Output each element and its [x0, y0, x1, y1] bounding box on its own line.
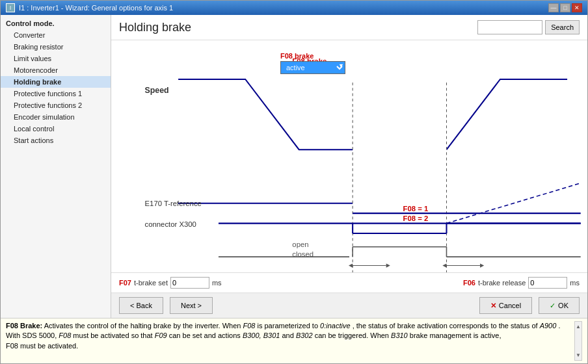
sidebar-item-protective-functions-2[interactable]: Protective functions 2 [1, 99, 111, 111]
sidebar: Control mode. Converter Braking resistor… [1, 15, 111, 318]
diagram-area: Speed F08 brake E170 T-reference [111, 40, 587, 272]
status-italic-b302: B302 [296, 332, 313, 339]
status-italic-a900: A900 [540, 322, 557, 330]
status-text-9: can be triggered. When [315, 332, 391, 339]
status-scrollbar[interactable]: ▲ ▼ [574, 321, 582, 361]
search-box: Search [477, 20, 580, 34]
bottom-inputs: F07 t-brake set 0 ms F06 t-brake release… [111, 272, 587, 292]
svg-text:E170 T-reference: E170 T-reference [145, 200, 202, 207]
action-bar: < Back Next > ✕ Cancel ✓ OK [111, 292, 587, 318]
search-button[interactable]: Search [545, 20, 580, 34]
status-text-11: F08 must be activated. [6, 342, 78, 350]
status-text-3: , the status of brake activation corresp… [353, 322, 540, 330]
status-italic-f08: F08 [243, 322, 255, 330]
svg-text:F08 = 2: F08 = 2 [403, 215, 428, 223]
title-controls: — □ ✕ [548, 3, 582, 12]
f07-unit: ms [212, 279, 222, 287]
f08-dropdown-container: F08 brake active inactive [280, 52, 345, 74]
status-text: F08 Brake: Activates the control of the … [6, 321, 572, 361]
f06-value-input[interactable]: 0 [528, 277, 567, 289]
sidebar-item-converter[interactable]: Converter [1, 29, 111, 41]
main-window: I I1 : Inverter1 - Wizard: General optio… [0, 0, 588, 364]
sidebar-item-braking-resistor[interactable]: Braking resistor [1, 41, 111, 53]
window-title: I1 : Inverter1 - Wizard: General options… [19, 4, 173, 12]
main-panel: Holding brake Search Speed F08 br [111, 15, 587, 318]
next-button[interactable]: Next > [170, 297, 213, 314]
status-text-4: . [558, 322, 560, 330]
f06-unit: ms [570, 279, 580, 287]
f07-value-input[interactable]: 0 [170, 277, 209, 289]
sidebar-item-limit-values[interactable]: Limit values [1, 53, 111, 64]
page-title: Holding brake [119, 21, 191, 34]
title-bar-left: I I1 : Inverter1 - Wizard: General optio… [6, 3, 173, 12]
sidebar-item-local-control[interactable]: Local control [1, 123, 111, 135]
svg-marker-28 [442, 263, 446, 267]
f08-brake-select[interactable]: active inactive [280, 61, 345, 74]
f06-label: F06 [463, 279, 475, 287]
title-bar: I I1 : Inverter1 - Wizard: General optio… [1, 1, 587, 15]
scroll-down-icon[interactable]: ▼ [576, 352, 581, 359]
ok-button[interactable]: ✓ OK [539, 297, 580, 314]
status-italic-f09: F09 [155, 332, 167, 339]
speed-label: Speed [145, 86, 169, 95]
sidebar-item-motorencoder[interactable]: Motorencoder [1, 64, 111, 76]
status-bar: F08 Brake: Activates the control of the … [1, 318, 587, 363]
minimize-button[interactable]: — [548, 3, 559, 12]
status-text-8: and [282, 332, 295, 339]
sidebar-item-start-actions[interactable]: Start actions [1, 135, 111, 146]
status-italic-f08-2: F08 [59, 332, 71, 339]
svg-line-10 [446, 183, 580, 224]
svg-marker-29 [480, 263, 484, 267]
cancel-button[interactable]: ✕ Cancel [479, 297, 532, 314]
sidebar-item-protective-functions-1[interactable]: Protective functions 1 [1, 88, 111, 99]
search-input[interactable] [477, 20, 542, 34]
main-header: Holding brake Search [111, 15, 587, 40]
ok-icon: ✓ [550, 302, 555, 310]
sidebar-item-encoder-simulation[interactable]: Encoder simulation [1, 111, 111, 123]
status-text-6: must be activated so that [73, 332, 154, 339]
svg-marker-25 [349, 263, 353, 267]
close-button[interactable]: ✕ [572, 3, 582, 12]
f07-sub-label: t-brake set [134, 279, 168, 287]
svg-text:F08 = 1: F08 = 1 [403, 205, 428, 213]
status-text-7: can be set and actions [169, 332, 243, 339]
window-icon: I [6, 3, 15, 12]
status-text-1: Activates the control of the halting bra… [44, 322, 243, 330]
f06-input-group: F06 t-brake release 0 ms [463, 277, 580, 289]
cancel-icon: ✕ [490, 302, 496, 310]
diagram-svg: Speed F08 brake E170 T-reference [111, 40, 587, 272]
f06-sub-label: t-brake release [478, 279, 526, 287]
scroll-up-icon[interactable]: ▲ [576, 323, 581, 330]
status-bold-label: F08 Brake: [6, 322, 42, 330]
f08-brake-label: F08 brake [280, 52, 345, 60]
f07-label: F07 [119, 279, 131, 287]
status-italic-b310: B310 [391, 332, 408, 339]
content-area: Control mode. Converter Braking resistor… [1, 15, 587, 318]
svg-text:connector X300: connector X300 [145, 220, 196, 228]
status-text-2: is parameterized to [257, 322, 320, 330]
f07-input-group: F07 t-brake set 0 ms [119, 277, 222, 289]
sidebar-item-holding-brake[interactable]: Holding brake [1, 76, 111, 88]
maximize-button[interactable]: □ [560, 3, 570, 12]
back-button[interactable]: < Back [119, 297, 163, 314]
status-italic-b300: B300, B301 [243, 332, 280, 339]
svg-text:open: open [292, 240, 308, 248]
status-text-5: With SDS 5000, [6, 332, 59, 339]
f08-select-wrapper: active inactive [280, 61, 345, 74]
status-italic-0inactive: 0:inactive [320, 322, 350, 330]
svg-marker-26 [386, 263, 390, 267]
sidebar-item-control-mode[interactable]: Control mode. [1, 18, 111, 29]
status-text-10: brake management is active, [410, 332, 501, 339]
